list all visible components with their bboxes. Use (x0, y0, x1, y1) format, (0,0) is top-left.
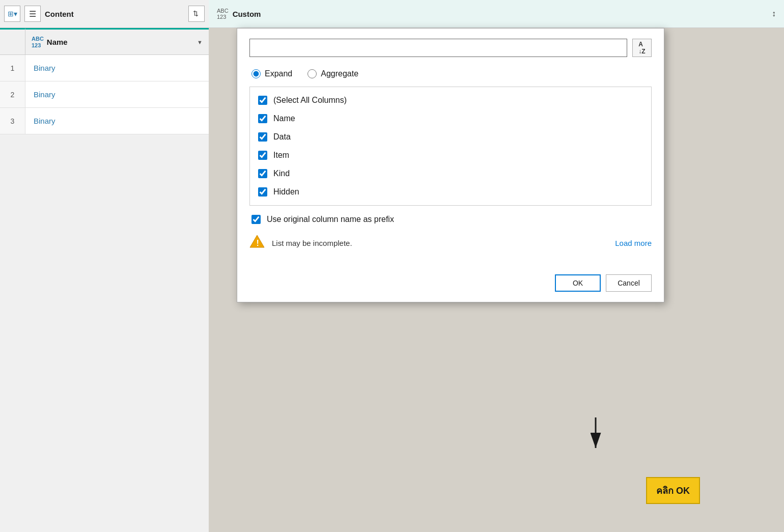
sort-button[interactable]: A↓Z (632, 39, 652, 57)
row-value: Binary (25, 90, 64, 99)
columns-list: (Select All Columns) Name Data Item Kind (249, 87, 652, 206)
col-item-data[interactable]: Data (250, 128, 651, 146)
menu-icon[interactable]: ☰ (24, 6, 41, 22)
svg-text:!: ! (257, 239, 259, 247)
aggregate-label: Aggregate (321, 69, 358, 78)
col-checkbox-select-all[interactable] (258, 96, 267, 105)
col-item-item[interactable]: Item (250, 146, 651, 164)
load-more-link[interactable]: Load more (615, 239, 652, 247)
radio-row: Expand Aggregate (249, 69, 652, 78)
row-value: Binary (25, 117, 64, 125)
col-label-item: Item (273, 151, 289, 160)
col-label-select-all: (Select All Columns) (273, 96, 347, 105)
col-checkbox-hidden[interactable] (258, 187, 267, 197)
row-number: 2 (0, 81, 25, 107)
expand-label: Expand (265, 69, 292, 78)
search-input[interactable] (249, 39, 627, 57)
col-label-name: Name (273, 114, 295, 123)
table-title: Content (45, 10, 184, 18)
sort-icon[interactable]: ⇅ (188, 6, 205, 22)
search-row: A↓Z (249, 39, 652, 57)
thai-tooltip-text: คลิก OK (656, 486, 690, 496)
warning-icon: ! (249, 234, 265, 252)
prefix-row: Use original column name as prefix (249, 215, 652, 224)
col-name-dropdown[interactable]: ▼ (197, 39, 203, 45)
row-value: Binary (25, 64, 64, 72)
warning-row: ! List may be incomplete. Load more (249, 234, 652, 252)
col-checkbox-data[interactable] (258, 132, 267, 142)
aggregate-radio[interactable]: Aggregate (307, 69, 358, 78)
col-item-name[interactable]: Name (250, 109, 651, 128)
prefix-label: Use original column name as prefix (267, 215, 394, 224)
expand-icon[interactable]: ↕ (772, 9, 776, 18)
dialog-footer: OK Cancel (237, 274, 664, 302)
table-body: 1 Binary 2 Binary 3 Binary (0, 55, 209, 134)
col-label-data: Data (273, 132, 291, 142)
col-checkbox-name[interactable] (258, 114, 267, 123)
expand-radio[interactable]: Expand (251, 69, 292, 78)
table-row: 2 Binary (0, 81, 209, 108)
col-item-select-all[interactable]: (Select All Columns) (250, 91, 651, 109)
col-item-hidden[interactable]: Hidden (250, 183, 651, 201)
custom-col-icon: ABC123 (217, 8, 229, 20)
custom-col-label: Custom (233, 10, 261, 18)
row-number: 1 (0, 55, 25, 81)
col-checkbox-kind[interactable] (258, 169, 267, 178)
table-toolbar: ⊞▾ ☰ Content ⇅ (0, 0, 209, 28)
col-label-hidden: Hidden (273, 187, 299, 197)
col-name-label: Name (47, 38, 68, 46)
col-label-kind: Kind (273, 169, 290, 178)
prefix-checkbox[interactable] (251, 215, 261, 224)
table-row: 3 Binary (0, 108, 209, 134)
col-checkbox-item[interactable] (258, 151, 267, 160)
table-row: 1 Binary (0, 55, 209, 81)
row-number: 3 (0, 108, 25, 134)
ok-button[interactable]: OK (555, 274, 601, 292)
svg-text:⇅: ⇅ (193, 10, 199, 17)
grid-icon[interactable]: ⊞▾ (4, 6, 20, 22)
dialog-area: ABC123 Custom ↕ A↓Z Expand Aggrega (209, 0, 784, 532)
col-type-icon: ABC123 (32, 36, 44, 48)
warning-text: List may be incomplete. (272, 239, 608, 247)
arrow-annotation (575, 412, 616, 458)
col-item-kind[interactable]: Kind (250, 164, 651, 183)
thai-tooltip: คลิก OK (646, 477, 700, 504)
expand-dialog: A↓Z Expand Aggregate (Select All Column (237, 28, 664, 302)
custom-col-header: ABC123 Custom ↕ (209, 0, 784, 28)
cancel-button[interactable]: Cancel (606, 274, 652, 292)
table-panel: ⊞▾ ☰ Content ⇅ ABC123 Name ▼ 1 Binary 2 … (0, 0, 209, 532)
